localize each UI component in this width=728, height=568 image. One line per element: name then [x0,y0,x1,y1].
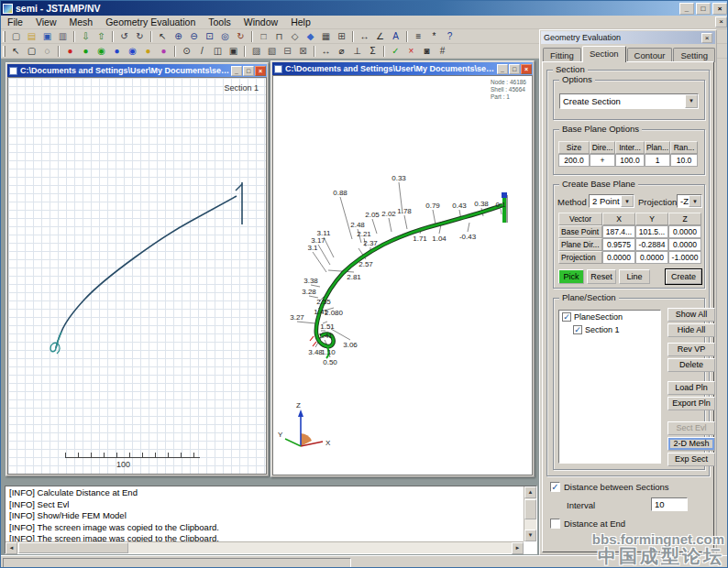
menu-item-geometry-evaluation[interactable]: Geometry Evaluation [99,16,202,27]
scroll-up-icon[interactable]: ▲ [524,486,536,498]
hide-all-button[interactable]: Hide All [667,323,715,337]
pick-edge-icon[interactable]: / [194,44,210,58]
help-icon[interactable]: ? [442,29,458,43]
import-model-icon[interactable]: ⇩ [78,29,94,43]
vector-value-cell[interactable]: -0.2884 [635,238,668,251]
bpo-value-cell[interactable]: 200.0 [558,154,590,167]
view-top-icon[interactable]: ⊓ [271,29,287,43]
tab-fitting[interactable]: Fitting [543,48,581,62]
chevron-down-icon[interactable]: ▼ [621,195,634,207]
save-file-icon[interactable]: ▣ [39,29,55,43]
vector-value-cell[interactable]: -1.0000 [668,251,701,264]
bpo-value-cell[interactable]: 10.0 [670,154,698,167]
export-pln-button[interactable]: Export Pln [667,397,715,410]
vector-value-cell[interactable]: 187.4... [602,225,635,238]
reset-button[interactable]: Reset [587,269,616,284]
document-close-button[interactable]: × [715,16,727,27]
panel-title-bar[interactable]: Geometry Evaluation × [541,31,715,44]
point-red-icon[interactable]: ● [62,44,78,58]
radius-tool-icon[interactable]: ⌀ [334,44,349,58]
select-poly-icon[interactable]: ◌ [39,44,55,58]
vector-value-cell[interactable]: 0.0000 [668,225,701,238]
tab-section[interactable]: Section [582,46,626,62]
pick-node-icon[interactable]: ⊙ [179,44,194,58]
exp-sect-button[interactable]: Exp Sect [667,453,715,466]
check-green-icon[interactable]: ✓ [388,44,403,58]
right-maximize-button[interactable]: □ [509,64,520,74]
view-iso-icon[interactable]: ◇ [287,29,303,43]
right-viewport[interactable]: Z X Y 0.330.882.052.021.780.791.711.040.… [272,75,533,475]
distance-tool-icon[interactable]: ↔ [318,44,334,58]
vector-value-cell[interactable]: 0.9575 [602,238,635,251]
line-button[interactable]: Line [619,269,650,284]
select-pointer-icon[interactable]: ↖ [8,44,24,58]
point-magenta-icon[interactable]: ● [156,44,171,58]
measure-distance-icon[interactable]: ↔ [357,29,372,43]
measure-angle-icon[interactable]: ∠ [372,29,388,43]
chevron-down-icon[interactable]: ▼ [685,94,698,108]
menu-item-view[interactable]: View [29,16,63,27]
log-vertical-scrollbar[interactable]: ▲ ▼ [524,486,536,541]
distance-between-sections-checkbox[interactable]: ✓ Distance between Sections [550,482,669,492]
interval-input[interactable] [651,497,688,511]
new-file-icon[interactable]: ▢ [8,29,24,43]
zoom-out-icon[interactable]: ⊖ [186,29,202,43]
mesh-view-icon[interactable]: ⊞ [334,29,349,43]
annotate-text-icon[interactable]: A [388,29,403,43]
right-minimize-button[interactable]: _ [497,64,508,74]
point-green-icon[interactable]: ● [78,44,94,58]
menu-item-tools[interactable]: Tools [202,16,237,27]
vector-value-cell[interactable]: 0.0000 [635,251,668,264]
toolbar-grip[interactable] [3,31,6,42]
right-close-button[interactable]: × [521,64,532,74]
projection-select[interactable]: -Z ▼ [677,194,702,208]
vector-value-cell[interactable]: 101.5... [635,225,668,238]
right-view-title-bar[interactable]: C:\Documents and Settings\User\My Docume… [272,62,533,75]
left-maximize-button[interactable]: □ [243,66,254,76]
menu-item-file[interactable]: File [1,16,29,27]
open-file-icon[interactable]: ▤ [24,29,39,43]
left-viewport[interactable]: Section 1 100 [7,77,267,475]
cross-red-icon[interactable]: × [403,44,419,58]
view-front-icon[interactable]: □ [256,29,271,43]
scroll-right-icon[interactable]: ► [512,542,524,554]
scroll-left-icon[interactable]: ◄ [6,542,17,554]
create-button[interactable]: Create [666,269,701,284]
point-green-outline-icon[interactable]: ◉ [94,44,109,58]
grid-toggle-icon[interactable]: # [435,44,450,58]
rev-vp-button[interactable]: Rev VP [667,343,715,356]
clip-plane-icon[interactable]: ⊟ [280,44,295,58]
rotate-view-icon[interactable]: ↻ [233,29,248,43]
normal-tool-icon[interactable]: ⊥ [349,44,365,58]
menu-item-help[interactable]: Help [284,16,317,27]
menu-item-window[interactable]: Window [237,16,284,27]
maximize-button[interactable]: □ [696,3,711,15]
panel-close-button[interactable]: × [701,33,712,43]
close-button[interactable]: × [712,3,727,15]
show-entity-icon[interactable]: ▧ [264,44,280,58]
left-view-title-bar[interactable]: C:\Documents and Settings\User\My Docume… [7,64,267,77]
2d-mesh-button[interactable]: 2-D Mesh [667,437,715,451]
section-mode-select[interactable]: Create Section ▼ [559,93,699,109]
pan-view-icon[interactable]: ◎ [217,29,233,43]
bpo-value-cell[interactable]: + [590,154,615,167]
load-pln-button[interactable]: Load Pln [667,381,715,395]
wireframe-view-icon[interactable]: ▦ [318,29,334,43]
pick-face-icon[interactable]: ◫ [210,44,226,58]
tab-setting[interactable]: Setting [673,48,715,62]
checkbox-checked-icon[interactable]: ✓ [550,482,560,492]
scroll-down-icon[interactable]: ▼ [524,530,536,541]
toolbar-grip[interactable] [3,46,6,57]
layer-manager-icon[interactable]: ≡ [411,29,426,43]
scroll-thumb[interactable] [18,542,128,553]
vector-value-cell[interactable]: 0.0000 [602,251,635,264]
point-yellow-icon[interactable]: ● [140,44,156,58]
hide-entity-icon[interactable]: ▨ [248,44,264,58]
log-horizontal-scrollbar[interactable]: ◄ ► [6,541,524,553]
bpo-value-cell[interactable]: 100.0 [615,154,645,167]
export-model-icon[interactable]: ⇧ [94,29,109,43]
camera-capture-icon[interactable]: ◙ [419,44,435,58]
scroll-thumb[interactable] [524,499,536,519]
point-blue-icon[interactable]: ● [109,44,125,58]
zoom-in-icon[interactable]: ⊕ [171,29,186,43]
